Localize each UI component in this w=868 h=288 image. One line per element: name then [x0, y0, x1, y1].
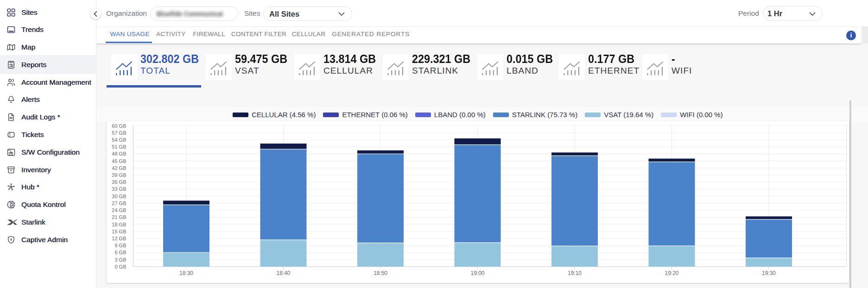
svg-text:15 GB: 15 GB [112, 228, 126, 234]
svg-text:33 GB: 33 GB [112, 186, 126, 192]
svg-text:18:40: 18:40 [276, 270, 290, 276]
svg-text:9 GB: 9 GB [114, 243, 126, 248]
svg-text:21 GB: 21 GB [112, 214, 126, 220]
svg-text:42 GB: 42 GB [112, 165, 126, 170]
svg-text:19:30: 19:30 [762, 270, 776, 276]
svg-text:39 GB: 39 GB [112, 172, 126, 178]
svg-text:48 GB: 48 GB [112, 151, 126, 157]
svg-text:60 GB: 60 GB [112, 123, 126, 128]
svg-text:19:00: 19:00 [470, 270, 484, 276]
svg-text:19:20: 19:20 [665, 270, 678, 276]
svg-text:54 GB: 54 GB [112, 137, 126, 142]
svg-text:0 GB: 0 GB [114, 263, 126, 269]
svg-text:51 GB: 51 GB [112, 144, 126, 150]
svg-text:6 GB: 6 GB [114, 250, 126, 255]
svg-text:3 GB: 3 GB [114, 257, 126, 262]
svg-text:18:50: 18:50 [374, 270, 387, 276]
svg-text:24 GB: 24 GB [112, 207, 126, 213]
svg-text:27 GB: 27 GB [112, 200, 126, 206]
svg-text:18:30: 18:30 [179, 270, 193, 276]
svg-text:36 GB: 36 GB [112, 179, 126, 185]
svg-text:18 GB: 18 GB [112, 221, 126, 227]
svg-text:57 GB: 57 GB [112, 130, 126, 135]
svg-text:45 GB: 45 GB [112, 158, 126, 163]
svg-text:30 GB: 30 GB [112, 193, 126, 199]
svg-text:19:10: 19:10 [568, 270, 582, 276]
svg-text:12 GB: 12 GB [112, 236, 126, 241]
